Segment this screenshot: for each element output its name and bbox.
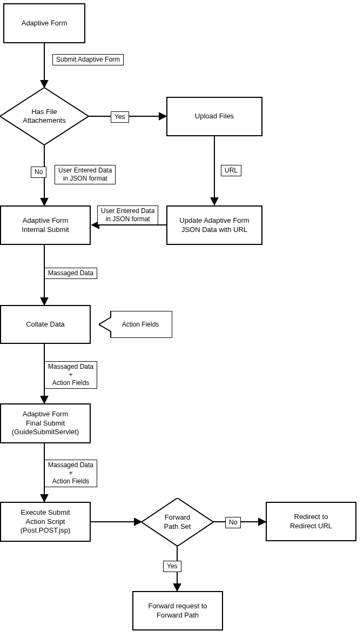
node-text: Execute Submit Action Script (Post.POST.… bbox=[21, 508, 70, 536]
node-redirect-url: Redirect to Redirect URL bbox=[266, 502, 356, 541]
node-text: Adaptive Form bbox=[22, 19, 68, 28]
node-text: Forward request to Forward Path bbox=[148, 602, 207, 620]
edge-label-user-json-1: User Entered Data in JSON format bbox=[55, 165, 116, 184]
edge-label-yes-attachments: Yes bbox=[111, 111, 129, 123]
edge-label-no-forward: No bbox=[225, 517, 241, 528]
node-text: Has File Attachements bbox=[23, 108, 66, 125]
edge-label-massaged: Massaged Data bbox=[44, 268, 97, 279]
node-text: Collate Data bbox=[26, 320, 65, 329]
label-text: URL bbox=[225, 167, 238, 175]
label-text: User Entered Data in JSON format bbox=[101, 207, 154, 223]
node-update-json: Update Adaptive Form JSON Data with URL bbox=[166, 205, 262, 245]
node-text: Redirect to Redirect URL bbox=[290, 513, 332, 531]
node-action-fields-arrow: Action Fields bbox=[99, 311, 172, 338]
node-collate-data: Collate Data bbox=[0, 305, 91, 344]
label-text: Massaged Data + Action Fields bbox=[48, 363, 93, 387]
node-has-file-attachments: Has File Attachements bbox=[0, 88, 89, 145]
node-internal-submit: Adaptive Form Internal Submit bbox=[0, 205, 91, 245]
node-forward-path-set: Forward Path Set bbox=[141, 498, 213, 546]
node-text: Forward Path Set bbox=[164, 513, 191, 531]
node-adaptive-form: Adaptive Form bbox=[3, 3, 85, 43]
edge-label-massaged-plus-1: Massaged Data + Action Fields bbox=[44, 361, 97, 389]
node-upload-files: Upload Files bbox=[166, 97, 262, 136]
edge-label-no-attachments: No bbox=[31, 167, 46, 178]
label-text: Yes bbox=[114, 113, 125, 121]
edge-label-url: URL bbox=[221, 165, 241, 176]
label-text: Massaged Data + Action Fields bbox=[48, 461, 93, 486]
label-text: No bbox=[229, 519, 237, 527]
node-execute-script: Execute Submit Action Script (Post.POST.… bbox=[0, 502, 91, 542]
edge-label-massaged-plus-2: Massaged Data + Action Fields bbox=[44, 460, 97, 487]
node-forward-request: Forward request to Forward Path bbox=[132, 591, 223, 630]
node-text: Update Adaptive Form JSON Data with URL bbox=[179, 216, 249, 235]
edge-label-submit-form: Submit Adaptive Form bbox=[52, 54, 124, 65]
node-text: Adaptive Form Final Submit (GuideSubmitS… bbox=[12, 410, 79, 437]
edge-label-yes-forward: Yes bbox=[163, 561, 181, 572]
node-text: Upload Files bbox=[195, 112, 234, 121]
node-final-submit: Adaptive Form Final Submit (GuideSubmitS… bbox=[0, 403, 91, 443]
node-text: Action Fields bbox=[122, 321, 159, 328]
edge-label-user-json-2: User Entered Data in JSON format bbox=[97, 205, 158, 225]
label-text: Submit Adaptive Form bbox=[56, 56, 120, 64]
node-text: Adaptive Form Internal Submit bbox=[22, 216, 69, 235]
label-text: User Entered Data in JSON format bbox=[58, 167, 112, 183]
label-text: Massaged Data bbox=[48, 269, 93, 277]
label-text: Yes bbox=[167, 562, 178, 570]
label-text: No bbox=[35, 168, 43, 176]
flowchart-canvas: Adaptive Form Submit Adaptive Form Has F… bbox=[0, 0, 364, 644]
